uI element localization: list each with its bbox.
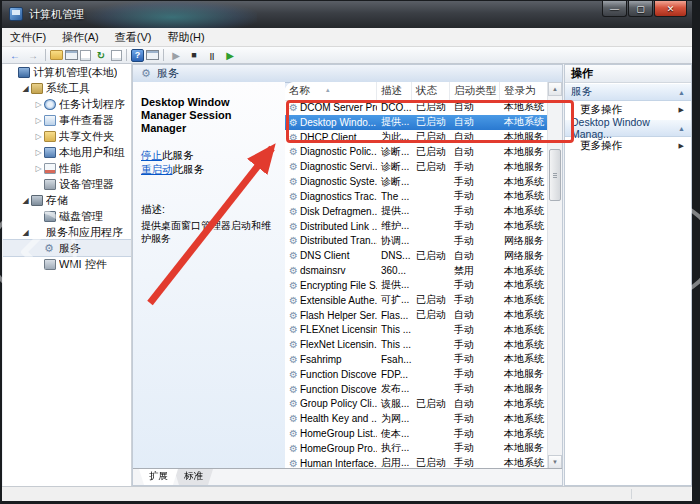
column-header-4[interactable]: 登录为 (500, 82, 548, 100)
service-row[interactable]: ⚙Flash Helper Ser...Flas...已启动自动本地系统 (285, 308, 548, 323)
service-row[interactable]: ⚙Extensible Authe...可扩...已启动手动本地系统 (285, 293, 548, 308)
actions-section-header-1[interactable]: Desktop Window Manag...▲ (565, 120, 691, 137)
service-row[interactable]: ⚙Function Discove...发布...手动本地服务 (285, 382, 548, 397)
minimize-icon[interactable]: — (602, 1, 627, 17)
service-row[interactable]: ⚙HomeGroup Pro...执行...手动本地服务 (285, 441, 548, 456)
show-tree-icon[interactable] (146, 50, 159, 60)
menu-item-1[interactable]: 操作(A) (54, 28, 107, 46)
collapsed-icon[interactable]: ▷ (33, 132, 44, 141)
column-header-2[interactable]: 状态 (412, 82, 450, 100)
export-folder-icon[interactable] (50, 50, 63, 60)
service-row[interactable]: ⚙Diagnostics Trac...The ...手动本地系统 (285, 189, 548, 204)
tree-item-label: 服务和应用程序 (46, 225, 123, 240)
service-name-cell: ⚙Diagnostic Polic... (285, 146, 377, 157)
service-status-cell: 已启动 (412, 397, 450, 411)
collapse-icon[interactable]: ▲ (678, 125, 685, 132)
service-row[interactable]: ⚙Desktop Windo...提供...已启动自动本地系统 (285, 115, 548, 130)
scroll-up-icon[interactable]: ▲ (548, 82, 562, 96)
service-logon-cell: 本地系统 (500, 219, 548, 233)
start-service-icon[interactable]: ▶ (168, 49, 184, 62)
maximize-icon[interactable]: ▢ (628, 1, 653, 17)
vertical-scrollbar[interactable]: ▲ ▼ (547, 82, 562, 469)
service-row[interactable]: ⚙FsahrimpFsah...手动本地系统 (285, 352, 548, 367)
service-row[interactable]: ⚙Disk Defragmen...提供...手动本地系统 (285, 204, 548, 219)
service-logon-cell: 本地系统 (500, 278, 548, 292)
service-row[interactable]: ⚙Function Discove...FDP...手动本地服务 (285, 367, 548, 382)
console-window-icon[interactable] (65, 50, 78, 60)
service-name-cell: ⚙Health Key and ... (285, 413, 377, 424)
service-logon-cell: 网络服务 (500, 234, 548, 248)
actions-section-header-0[interactable]: 服务▲ (565, 84, 691, 101)
service-logon-cell: 本地系统 (500, 323, 548, 337)
restart-service-link[interactable]: 重启动 (141, 163, 173, 175)
collapsed-icon[interactable]: ▷ (33, 148, 44, 157)
back-icon[interactable]: ← (7, 49, 23, 62)
collapsed-icon[interactable]: ▷ (33, 164, 44, 173)
service-row[interactable]: ⚙Diagnostic Syste...诊断...手动本地系统 (285, 174, 548, 189)
expanded-icon[interactable]: ◢ (20, 196, 31, 205)
service-row[interactable]: ⚙HomeGroup List...使本...手动本地系统 (285, 426, 548, 441)
service-gear-icon: ⚙ (289, 413, 298, 424)
column-header-0[interactable]: 名称▴ (285, 82, 377, 100)
pause-service-icon[interactable]: || (204, 49, 220, 62)
sidebar-item-7[interactable]: 设备管理器 (3, 176, 131, 192)
sidebar-item-11[interactable]: 服务 (3, 240, 131, 256)
service-row[interactable]: ⚙DHCP Client为此...已启动自动本地服务 (285, 130, 548, 145)
stop-service-link[interactable]: 停止 (141, 149, 162, 161)
actions-section-label: 服务 (571, 85, 592, 99)
sidebar-item-3[interactable]: ▷事件查看器 (3, 112, 131, 128)
forward-icon[interactable]: → (25, 49, 41, 62)
properties-icon[interactable] (80, 50, 91, 61)
sidebar-item-0[interactable]: 计算机管理(本地) (3, 64, 131, 80)
sidebar-item-9[interactable]: 磁盘管理 (3, 208, 131, 224)
scroll-thumb[interactable] (549, 149, 561, 201)
service-row[interactable]: ⚙Health Key and ...为网...手动本地系统 (285, 411, 548, 426)
services-gear-icon (141, 68, 153, 79)
service-row[interactable]: ⚙Diagnostic Polic...诊断...已启动自动本地服务 (285, 144, 548, 159)
close-icon[interactable]: ✕ (654, 1, 687, 17)
extended-view-info: Desktop Window Manager Session Manager 停… (133, 82, 285, 469)
statusbar-divider (631, 489, 632, 499)
service-logon-cell: 本地服务 (500, 130, 548, 144)
menu-item-2[interactable]: 查看(V) (107, 28, 160, 46)
sidebar-item-2[interactable]: ▷任务计划程序 (3, 96, 131, 112)
service-startup-cell: 自动 (450, 115, 500, 129)
task-scheduler-icon (44, 99, 56, 110)
sidebar-item-10[interactable]: ◢服务和应用程序 (3, 224, 131, 240)
service-row[interactable]: ⚙FLEXnet Licensin...This ...手动本地系统 (285, 322, 548, 337)
restart-service-icon[interactable]: ▶ (222, 49, 238, 62)
service-row[interactable]: ⚙Diagnostic Servi...诊断...已启动手动本地服务 (285, 159, 548, 174)
sidebar-item-1[interactable]: ◢系统工具 (3, 80, 131, 96)
collapse-icon[interactable]: ▲ (678, 89, 685, 96)
sidebar-item-4[interactable]: ▷共享文件夹 (3, 128, 131, 144)
sidebar-item-5[interactable]: ▷本地用户和组 (3, 144, 131, 160)
service-row[interactable]: ⚙DCOM Server Pro...DCO...已启动自动本地系统 (285, 100, 548, 115)
sidebar-item-12[interactable]: WMI 控件 (3, 256, 131, 272)
column-header-1[interactable]: 描述 (377, 82, 412, 100)
expanded-icon[interactable]: ◢ (20, 228, 31, 237)
scroll-down-icon[interactable]: ▼ (548, 455, 562, 469)
column-header-3[interactable]: 启动类型 (450, 82, 500, 100)
refresh-icon[interactable]: ↻ (93, 49, 109, 62)
service-row[interactable]: ⚙Group Policy Cli...该服...已启动自动本地系统 (285, 397, 548, 412)
collapsed-icon[interactable]: ▷ (33, 116, 44, 125)
service-row[interactable]: ⚙Distributed Tran...协调...手动网络服务 (285, 233, 548, 248)
tab-标准[interactable]: 标准 (174, 469, 213, 485)
collapsed-icon[interactable]: ▷ (33, 100, 44, 109)
sidebar-item-6[interactable]: ▷性能 (3, 160, 131, 176)
help-icon[interactable]: ? (131, 49, 144, 62)
service-row[interactable]: ⚙Encrypting File S...提供...手动本地系统 (285, 278, 548, 293)
stop-service-icon[interactable]: ■ (186, 49, 202, 62)
tab-扩展[interactable]: 扩展 (139, 469, 178, 485)
sidebar-item-8[interactable]: ◢存储 (3, 192, 131, 208)
service-row[interactable]: ⚙FlexNet Licensin...This ...手动本地系统 (285, 337, 548, 352)
service-row[interactable]: ⚙dsmainsrv360...禁用本地系统 (285, 263, 548, 278)
service-desc-cell: 该服... (377, 397, 412, 411)
service-logon-cell: 本地系统 (500, 115, 548, 129)
export-list-icon[interactable] (111, 50, 122, 61)
menu-item-3[interactable]: 帮助(H) (159, 28, 212, 46)
service-row[interactable]: ⚙DNS ClientDNS...已启动自动网络服务 (285, 248, 548, 263)
service-row[interactable]: ⚙Distributed Link ...维护...手动本地系统 (285, 219, 548, 234)
expanded-icon[interactable]: ◢ (20, 84, 31, 93)
menu-item-0[interactable]: 文件(F) (2, 28, 54, 46)
